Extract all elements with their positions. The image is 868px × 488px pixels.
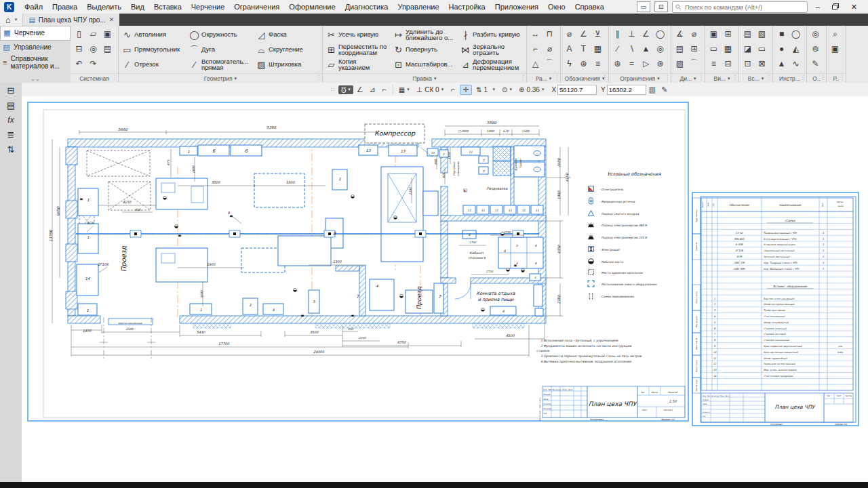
section-grip[interactable]: ⋮ <box>602 75 608 81</box>
save-as-icon[interactable]: ▤ <box>101 42 114 55</box>
drawing-canvas[interactable]: КомпрессорПроездПроездРаздевалкаДушеваяТ… <box>22 96 868 482</box>
menu-Правка[interactable]: Правка <box>47 1 82 12</box>
parallel-constraint-icon[interactable]: ∥ <box>611 27 624 40</box>
extend-to-nearest-button[interactable]: ↦Удлинить до ближайшего о... <box>392 27 458 42</box>
document-tab[interactable]: ▤ План цеха ЧПУ про... ✕ <box>23 14 119 26</box>
section-footer-Ви...[interactable]: Ви...▾⋮ <box>705 73 738 83</box>
move-by-coordinates-button[interactable]: ⊞Переместить по координатам <box>325 42 391 57</box>
tangent-constraint-icon[interactable]: ◯ <box>654 27 667 40</box>
contour-icon[interactable]: ◯ <box>789 27 802 40</box>
perpendicular-constraint-icon[interactable]: ⊥ <box>625 27 638 40</box>
angular-dimension-icon[interactable]: ⌐ <box>529 42 542 55</box>
section-footer-Обозначения[interactable]: Обозначения▾⋮ <box>561 73 608 83</box>
redo-icon[interactable]: ↷ <box>87 57 100 70</box>
text-icon[interactable]: T <box>577 42 590 55</box>
datum-icon[interactable]: ⌀ <box>563 27 576 40</box>
insert-layout-icon[interactable]: ◪ <box>741 42 754 55</box>
verify-icon[interactable]: ◎ <box>809 27 822 40</box>
check-document-icon[interactable]: ⊚ <box>809 42 822 55</box>
result-icon[interactable]: ▣ <box>829 42 842 55</box>
section-grip[interactable]: ⋮ <box>698 75 704 81</box>
grid-button[interactable]: ▦▾ <box>396 85 412 94</box>
gradient-icon[interactable]: ◭ <box>789 42 802 55</box>
insert-object-icon[interactable]: ⊡ <box>741 57 754 70</box>
section-grip[interactable]: ⋮ <box>732 75 738 81</box>
section-footer-Ра...[interactable]: Ра...▾⋮ <box>527 73 560 83</box>
menu-Вид[interactable]: Вид <box>126 1 149 12</box>
menu-Ограничения[interactable]: Ограничения <box>229 1 284 12</box>
mass-properties-icon[interactable]: ▨ <box>673 57 686 70</box>
print-preview-icon[interactable]: ◎ <box>87 42 100 55</box>
save-icon[interactable]: ▣ <box>101 27 114 40</box>
fix-constraint-icon[interactable]: ▲ <box>639 42 652 55</box>
section-grip[interactable]: ⋮ <box>554 75 559 81</box>
minimize-button[interactable]: – <box>812 3 824 11</box>
command-search[interactable] <box>672 1 808 13</box>
section-footer-Ограничения[interactable]: Ограничения▾⋮ <box>609 73 671 83</box>
section-footer-Р..[interactable]: Р..⋮ <box>827 73 846 83</box>
copy-by-indication-button[interactable]: ▱Копия указанием <box>325 57 391 72</box>
angle-snap-icon[interactable]: ⊿ <box>367 85 378 94</box>
menu-Управление[interactable]: Управление <box>393 1 443 12</box>
diameter-dimension-icon[interactable]: ⌀ <box>543 42 556 55</box>
center-mark-icon[interactable]: ⊕ <box>577 57 590 70</box>
change-order-icon[interactable]: ⇅ <box>7 145 15 154</box>
find-icon[interactable]: ⌕ <box>829 27 842 40</box>
coordinate-system-button[interactable]: ⊥СК 0▾ <box>414 85 447 95</box>
ruler-icon[interactable]: ▥ <box>647 85 658 94</box>
eyedropper-icon[interactable]: ✎ <box>659 85 670 94</box>
section-caret-icon[interactable]: ▾ <box>434 76 437 81</box>
circle-button[interactable]: ◯Окружность <box>188 27 254 42</box>
floor-plan-drawing[interactable]: КомпрессорПроездПроездРаздевалкаДушеваяТ… <box>22 96 868 482</box>
section-footer-Геометрия[interactable]: Геометрия▾⋮ <box>119 73 322 83</box>
variables-icon[interactable]: fx <box>7 116 14 124</box>
new-document-icon[interactable]: ▯ <box>73 27 85 40</box>
view-frame-icon[interactable]: ▭ <box>707 42 720 55</box>
autoline-button[interactable]: ∿Автолиния <box>121 27 186 42</box>
section-grip[interactable]: ⋮ <box>112 75 117 81</box>
view-list-icon[interactable]: ≡ <box>707 57 720 70</box>
symmetry-constraint-icon[interactable]: ∖ <box>625 42 638 55</box>
menu-Черчение[interactable]: Черчение <box>186 1 230 12</box>
dimension-icon[interactable]: ⊓ <box>543 27 556 40</box>
undo-icon[interactable]: ↶ <box>73 57 85 70</box>
mirror-button[interactable]: ⋈Зеркально отразить <box>459 42 525 57</box>
parameters-panel-icon[interactable]: ▤ <box>7 101 15 110</box>
construction-line-button[interactable]: ⁄Вспомогатель... прямая <box>188 57 254 72</box>
section-grip[interactable]: ⋮ <box>800 75 806 81</box>
section-grip[interactable]: ⋮ <box>766 75 772 81</box>
home-caret-icon[interactable]: ▾ <box>15 17 18 22</box>
layers-view-icon[interactable]: ▦ <box>722 42 734 55</box>
x-coordinate-input[interactable] <box>557 85 597 95</box>
section-footer-Системная[interactable]: Системная⋮ <box>71 73 118 83</box>
layers-icon[interactable]: ≣ <box>7 130 15 139</box>
table-icon[interactable]: ▦ <box>591 42 604 55</box>
settings-button[interactable]: ⊡ <box>654 1 668 12</box>
concentric-constraint-icon[interactable]: ◎ <box>654 42 667 55</box>
horizontal-constraint-icon[interactable]: ▷ <box>639 57 652 70</box>
auto-constraint-icon[interactable]: ⊛ <box>654 57 667 70</box>
ortho-mode-button[interactable]: ⌐ <box>448 85 458 94</box>
section-footer-Ди...[interactable]: Ди...▾⋮ <box>671 73 705 83</box>
scale-button[interactable]: ⊡Масштабиров... <box>392 57 458 72</box>
section-caret-icon[interactable]: ▾ <box>235 76 237 81</box>
print-icon[interactable]: ⊟ <box>73 42 85 55</box>
parallel-snap-icon[interactable]: ∠ <box>355 85 366 94</box>
nav-item-Управление[interactable]: ▤Управление <box>0 41 71 54</box>
rectangle-button[interactable]: ▭Прямоугольник <box>121 42 186 57</box>
y-coordinate-input[interactable] <box>607 85 646 95</box>
menu-Диагностика[interactable]: Диагностика <box>340 1 393 12</box>
menu-Настройка[interactable]: Настройка <box>444 1 490 12</box>
section-grip[interactable]: ⋮ <box>316 75 321 81</box>
menu-Вставка[interactable]: Вставка <box>149 1 186 12</box>
measure-list-icon[interactable]: ▤ <box>673 42 686 55</box>
nav-item-Черчение[interactable]: ▦Черчение <box>0 26 71 41</box>
restore-button[interactable] <box>828 3 843 11</box>
measure-angle-icon[interactable]: ∡ <box>673 27 686 40</box>
view-grid-icon[interactable]: ⊞ <box>722 27 734 40</box>
document-tree-icon[interactable]: ⊟ <box>7 86 15 95</box>
measure-curve-icon[interactable]: ⌒ <box>688 57 701 70</box>
menu-Файл[interactable]: Файл <box>20 1 47 12</box>
annotation-icon[interactable]: ≡ <box>591 57 604 70</box>
menu-Справка[interactable]: Справка <box>570 1 609 12</box>
